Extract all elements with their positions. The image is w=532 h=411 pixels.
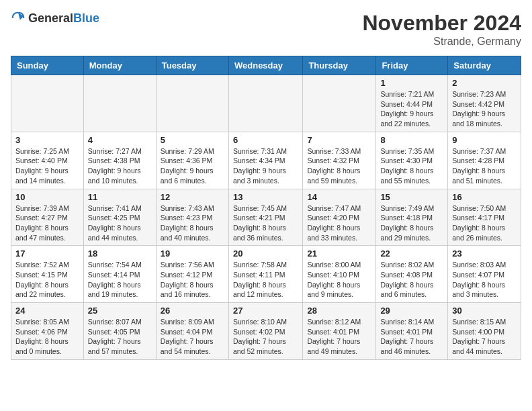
- calendar-week-row: 24Sunrise: 8:05 AMSunset: 4:06 PMDayligh…: [11, 303, 521, 360]
- day-info: Sunrise: 7:29 AMSunset: 4:36 PMDaylight:…: [161, 146, 224, 186]
- calendar-week-row: 3Sunrise: 7:25 AMSunset: 4:40 PMDaylight…: [11, 132, 521, 189]
- day-number: 19: [161, 248, 224, 259]
- logo-text-general: General: [28, 11, 73, 25]
- day-info: Sunrise: 8:12 AMSunset: 4:01 PMDaylight:…: [307, 317, 371, 357]
- header-sunday: Sunday: [11, 56, 84, 75]
- table-row: [228, 75, 302, 132]
- day-number: 30: [452, 306, 517, 316]
- day-info: Sunrise: 7:49 AMSunset: 4:18 PMDaylight:…: [380, 203, 443, 243]
- table-row: 4Sunrise: 7:27 AMSunset: 4:38 PMDaylight…: [83, 132, 156, 189]
- day-number: 7: [307, 135, 371, 145]
- day-info: Sunrise: 7:37 AMSunset: 4:28 PMDaylight:…: [452, 146, 517, 186]
- day-number: 3: [15, 135, 79, 145]
- day-number: 13: [233, 192, 298, 202]
- day-number: 27: [233, 306, 298, 316]
- day-number: 8: [380, 135, 443, 145]
- day-info: Sunrise: 7:50 AMSunset: 4:17 PMDaylight:…: [452, 203, 517, 243]
- day-info: Sunrise: 8:10 AMSunset: 4:02 PMDaylight:…: [233, 317, 298, 357]
- day-info: Sunrise: 7:27 AMSunset: 4:38 PMDaylight:…: [88, 146, 152, 186]
- day-number: 26: [161, 306, 224, 316]
- day-info: Sunrise: 7:45 AMSunset: 4:21 PMDaylight:…: [233, 203, 298, 243]
- day-number: 12: [161, 192, 224, 202]
- day-info: Sunrise: 8:15 AMSunset: 4:00 PMDaylight:…: [452, 317, 517, 357]
- table-row: 10Sunrise: 7:39 AMSunset: 4:27 PMDayligh…: [11, 189, 84, 246]
- day-number: 2: [452, 78, 517, 88]
- calendar-week-row: 1Sunrise: 7:21 AMSunset: 4:44 PMDaylight…: [11, 75, 521, 132]
- day-info: Sunrise: 8:02 AMSunset: 4:08 PMDaylight:…: [380, 260, 443, 300]
- day-info: Sunrise: 7:56 AMSunset: 4:12 PMDaylight:…: [161, 260, 224, 300]
- day-info: Sunrise: 7:52 AMSunset: 4:15 PMDaylight:…: [15, 260, 79, 300]
- table-row: [83, 75, 156, 132]
- header: GeneralBlue November 2024 Strande, Germa…: [11, 11, 521, 48]
- table-row: [11, 75, 84, 132]
- day-number: 15: [380, 192, 443, 202]
- day-info: Sunrise: 7:21 AMSunset: 4:44 PMDaylight:…: [380, 89, 443, 129]
- table-row: 5Sunrise: 7:29 AMSunset: 4:36 PMDaylight…: [156, 132, 228, 189]
- day-info: Sunrise: 7:58 AMSunset: 4:11 PMDaylight:…: [233, 260, 298, 300]
- table-row: 15Sunrise: 7:49 AMSunset: 4:18 PMDayligh…: [376, 189, 448, 246]
- table-row: 16Sunrise: 7:50 AMSunset: 4:17 PMDayligh…: [448, 189, 521, 246]
- table-row: 7Sunrise: 7:33 AMSunset: 4:32 PMDaylight…: [303, 132, 376, 189]
- header-wednesday: Wednesday: [228, 56, 302, 75]
- logo: GeneralBlue: [11, 11, 99, 26]
- table-row: [303, 75, 376, 132]
- day-number: 16: [452, 192, 517, 202]
- day-number: 1: [380, 78, 443, 88]
- table-row: 22Sunrise: 8:02 AMSunset: 4:08 PMDayligh…: [376, 246, 448, 303]
- day-number: 4: [88, 135, 152, 145]
- day-info: Sunrise: 7:31 AMSunset: 4:34 PMDaylight:…: [233, 146, 298, 186]
- day-info: Sunrise: 8:03 AMSunset: 4:07 PMDaylight:…: [452, 260, 517, 300]
- table-row: 9Sunrise: 7:37 AMSunset: 4:28 PMDaylight…: [448, 132, 521, 189]
- header-saturday: Saturday: [448, 56, 521, 75]
- day-info: Sunrise: 7:39 AMSunset: 4:27 PMDaylight:…: [15, 203, 79, 243]
- day-number: 9: [452, 135, 517, 145]
- table-row: 19Sunrise: 7:56 AMSunset: 4:12 PMDayligh…: [156, 246, 228, 303]
- location-subtitle: Strande, Germany: [362, 36, 521, 48]
- table-row: 25Sunrise: 8:07 AMSunset: 4:05 PMDayligh…: [83, 303, 156, 360]
- day-info: Sunrise: 8:09 AMSunset: 4:04 PMDaylight:…: [161, 317, 224, 357]
- day-number: 18: [88, 248, 152, 259]
- day-info: Sunrise: 7:23 AMSunset: 4:42 PMDaylight:…: [452, 89, 517, 129]
- day-number: 25: [88, 306, 152, 316]
- table-row: 18Sunrise: 7:54 AMSunset: 4:14 PMDayligh…: [83, 246, 156, 303]
- header-thursday: Thursday: [303, 56, 376, 75]
- day-number: 20: [233, 248, 298, 259]
- table-row: 11Sunrise: 7:41 AMSunset: 4:25 PMDayligh…: [83, 189, 156, 246]
- day-info: Sunrise: 7:33 AMSunset: 4:32 PMDaylight:…: [307, 146, 371, 186]
- table-row: 1Sunrise: 7:21 AMSunset: 4:44 PMDaylight…: [376, 75, 448, 132]
- table-row: 30Sunrise: 8:15 AMSunset: 4:00 PMDayligh…: [448, 303, 521, 360]
- day-info: Sunrise: 7:54 AMSunset: 4:14 PMDaylight:…: [88, 260, 152, 300]
- day-number: 29: [380, 306, 443, 316]
- table-row: 8Sunrise: 7:35 AMSunset: 4:30 PMDaylight…: [376, 132, 448, 189]
- table-row: 13Sunrise: 7:45 AMSunset: 4:21 PMDayligh…: [228, 189, 302, 246]
- header-tuesday: Tuesday: [156, 56, 228, 75]
- calendar-week-row: 17Sunrise: 7:52 AMSunset: 4:15 PMDayligh…: [11, 246, 521, 303]
- header-friday: Friday: [376, 56, 448, 75]
- table-row: 29Sunrise: 8:14 AMSunset: 4:01 PMDayligh…: [376, 303, 448, 360]
- day-number: 11: [88, 192, 152, 202]
- table-row: 17Sunrise: 7:52 AMSunset: 4:15 PMDayligh…: [11, 246, 84, 303]
- day-info: Sunrise: 7:41 AMSunset: 4:25 PMDaylight:…: [88, 203, 152, 243]
- table-row: 24Sunrise: 8:05 AMSunset: 4:06 PMDayligh…: [11, 303, 84, 360]
- header-monday: Monday: [83, 56, 156, 75]
- table-row: [156, 75, 228, 132]
- table-row: 14Sunrise: 7:47 AMSunset: 4:20 PMDayligh…: [303, 189, 376, 246]
- days-header-row: Sunday Monday Tuesday Wednesday Thursday…: [11, 56, 521, 75]
- day-info: Sunrise: 7:43 AMSunset: 4:23 PMDaylight:…: [161, 203, 224, 243]
- day-number: 17: [15, 248, 79, 259]
- calendar-week-row: 10Sunrise: 7:39 AMSunset: 4:27 PMDayligh…: [11, 189, 521, 246]
- day-info: Sunrise: 7:25 AMSunset: 4:40 PMDaylight:…: [15, 146, 79, 186]
- table-row: 2Sunrise: 7:23 AMSunset: 4:42 PMDaylight…: [448, 75, 521, 132]
- day-number: 5: [161, 135, 224, 145]
- table-row: 3Sunrise: 7:25 AMSunset: 4:40 PMDaylight…: [11, 132, 84, 189]
- calendar-table: Sunday Monday Tuesday Wednesday Thursday…: [11, 56, 521, 360]
- table-row: 21Sunrise: 8:00 AMSunset: 4:10 PMDayligh…: [303, 246, 376, 303]
- day-info: Sunrise: 8:07 AMSunset: 4:05 PMDaylight:…: [88, 317, 152, 357]
- table-row: 6Sunrise: 7:31 AMSunset: 4:34 PMDaylight…: [228, 132, 302, 189]
- day-number: 14: [307, 192, 371, 202]
- table-row: 26Sunrise: 8:09 AMSunset: 4:04 PMDayligh…: [156, 303, 228, 360]
- title-area: November 2024 Strande, Germany: [362, 11, 521, 48]
- table-row: 12Sunrise: 7:43 AMSunset: 4:23 PMDayligh…: [156, 189, 228, 246]
- logo-icon: [11, 11, 26, 26]
- day-number: 28: [307, 306, 371, 316]
